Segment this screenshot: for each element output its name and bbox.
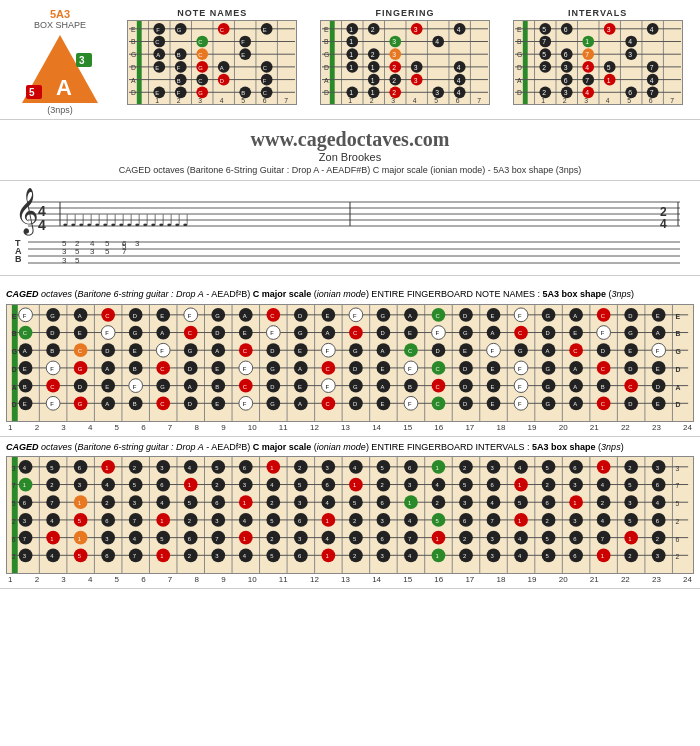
svg-text:3: 3 [135, 239, 140, 248]
svg-text:6: 6 [563, 77, 567, 84]
svg-text:3: 3 [414, 26, 418, 33]
svg-text:2: 2 [675, 553, 679, 560]
svg-text:F: F [325, 348, 329, 354]
svg-text:2: 2 [371, 51, 375, 58]
svg-text:D: D [601, 348, 605, 354]
svg-text:2: 2 [546, 518, 549, 524]
svg-text:F: F [243, 365, 247, 371]
svg-text:E: E [242, 52, 246, 58]
svg-text:1: 1 [78, 500, 81, 506]
svg-text:1: 1 [371, 64, 375, 71]
svg-text:E: E [215, 401, 219, 407]
svg-text:7: 7 [23, 536, 26, 542]
svg-text:5: 5 [542, 26, 546, 33]
svg-text:6: 6 [563, 26, 567, 33]
svg-text:4: 4 [585, 64, 589, 71]
svg-text:C: C [436, 401, 441, 407]
svg-text:C: C [353, 330, 358, 336]
svg-text:D: D [270, 383, 274, 389]
svg-text:A: A [298, 365, 302, 371]
svg-text:E: E [491, 312, 495, 318]
svg-text:G: G [12, 348, 17, 355]
box-shape-area: 5A3 BOX SHAPE A 3 5 (3nps) [10, 8, 110, 115]
svg-text:G: G [270, 401, 275, 407]
svg-text:A: A [517, 77, 522, 84]
svg-text:1: 1 [371, 77, 375, 84]
svg-text:4: 4 [220, 97, 224, 104]
svg-text:F: F [133, 383, 137, 389]
svg-text:1: 1 [270, 465, 273, 471]
svg-text:G: G [199, 65, 204, 71]
svg-text:C: C [50, 383, 55, 389]
svg-text:2: 2 [188, 553, 191, 559]
svg-text:1: 1 [243, 500, 246, 506]
svg-text:F: F [491, 348, 495, 354]
svg-text:E: E [263, 27, 267, 33]
svg-text:F: F [518, 312, 522, 318]
svg-text:1: 1 [436, 536, 439, 542]
svg-text:G: G [215, 312, 220, 318]
svg-text:F: F [408, 365, 412, 371]
svg-text:4: 4 [457, 64, 461, 71]
svg-text:4: 4 [605, 97, 609, 104]
svg-text:1: 1 [160, 553, 163, 559]
divider-1 [0, 276, 700, 284]
svg-text:G: G [270, 365, 275, 371]
svg-text:F: F [325, 383, 329, 389]
svg-text:4: 4 [457, 26, 461, 33]
svg-text:1: 1 [628, 536, 631, 542]
svg-text:2: 2 [656, 536, 659, 542]
svg-text:1: 1 [353, 483, 356, 489]
svg-text:2: 2 [133, 465, 136, 471]
svg-text:E: E [131, 26, 136, 33]
svg-text:C: C [436, 365, 441, 371]
svg-text:F: F [263, 78, 267, 84]
svg-text:E: E [380, 365, 384, 371]
fingerboard-intervals-section: CAGED octaves (Baritone 6-string guitar … [0, 437, 700, 590]
svg-text:D: D [517, 89, 522, 96]
svg-text:7: 7 [133, 553, 136, 559]
svg-text:D: D [353, 401, 357, 407]
intervals-title: INTERVALS [505, 8, 690, 18]
svg-text:1: 1 [585, 38, 589, 45]
svg-text:E: E [380, 401, 384, 407]
svg-text:G: G [50, 312, 55, 318]
svg-text:C: C [573, 348, 578, 354]
svg-text:C: C [436, 312, 441, 318]
website-url: www.cagedoctaves.com [0, 128, 700, 151]
svg-text:D: D [675, 365, 680, 372]
svg-text:E: E [324, 26, 329, 33]
svg-text:7: 7 [675, 483, 679, 490]
svg-text:C: C [325, 401, 330, 407]
svg-text:2: 2 [12, 553, 16, 560]
svg-text:G: G [463, 330, 468, 336]
svg-text:5: 5 [606, 64, 610, 71]
svg-text:D: D [463, 401, 467, 407]
fret-numbers-notes: 123456789101112131415161718192021222324 [6, 423, 694, 432]
svg-text:A: A [325, 330, 329, 336]
svg-text:D: D [628, 312, 632, 318]
svg-text:6: 6 [675, 536, 679, 543]
svg-text:G: G [353, 383, 358, 389]
svg-text:B: B [12, 330, 17, 337]
svg-text:E: E [463, 348, 467, 354]
svg-text:3: 3 [79, 55, 85, 66]
svg-text:D: D [12, 401, 17, 408]
svg-text:A: A [408, 312, 412, 318]
svg-text:E: E [656, 401, 660, 407]
svg-text:A: A [243, 312, 247, 318]
svg-text:F: F [353, 312, 357, 318]
svg-text:2: 2 [371, 26, 375, 33]
svg-text:F: F [436, 330, 440, 336]
svg-text:G: G [546, 365, 551, 371]
svg-text:1: 1 [601, 465, 604, 471]
svg-text:5: 5 [75, 256, 80, 265]
svg-text:G: G [546, 312, 551, 318]
svg-text:D: D [78, 383, 82, 389]
svg-text:3: 3 [12, 465, 16, 472]
svg-text:D: D [50, 330, 54, 336]
svg-text:D: D [436, 348, 440, 354]
shape-image: A 3 5 [20, 33, 100, 103]
svg-text:E: E [325, 312, 329, 318]
svg-text:B: B [23, 383, 27, 389]
